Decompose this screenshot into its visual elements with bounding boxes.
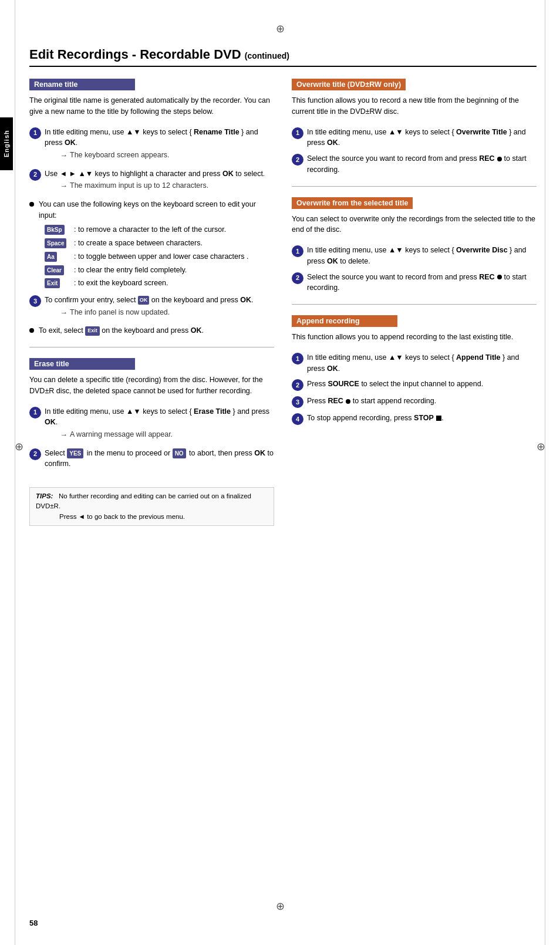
append-recording-header: Append recording <box>292 315 397 327</box>
erase-step-2: 2 Select YES in the menu to proceed or N… <box>29 448 274 470</box>
rename-step-1-content: In title editing menu, use ▲▼ keys to se… <box>45 127 274 164</box>
clear-badge: Clear <box>45 265 64 275</box>
section-divider-3 <box>292 304 537 305</box>
key-cell-aa: Aa <box>45 251 74 262</box>
append-recording-section: Append recording This function allows yo… <box>292 315 537 425</box>
ar-step-4-content: To stop append recording, press STOP . <box>307 413 537 424</box>
append-step-1: 1 In title editing menu, use ▲▼ keys to … <box>292 352 537 374</box>
append-step-3: 3 Press REC to start append recording. <box>292 396 537 408</box>
bullet-dot <box>29 202 34 207</box>
yes-badge: YES <box>67 448 83 458</box>
ar-step-3-content: Press REC to start append recording. <box>307 396 537 407</box>
rename-title-section: Rename title The original title name is … <box>29 79 274 336</box>
rename-step-2: 2 Use ◄ ► ▲▼ keys to highlight a charact… <box>29 168 274 194</box>
overwrite-step-2: 2 Select the source you want to record f… <box>292 153 537 176</box>
rec-bullet-2 <box>497 275 502 279</box>
rename-title-intro: The original title name is generated aut… <box>29 95 274 117</box>
bullet-dot-exit <box>29 328 34 333</box>
stop-symbol <box>436 416 441 421</box>
ok-inline-badge: OK <box>138 296 150 305</box>
english-tab: English <box>0 117 13 170</box>
rec-bullet-3 <box>346 399 350 404</box>
left-border-line <box>15 0 15 945</box>
exit-text: To exit, select Exit on the keyboard and… <box>39 325 204 336</box>
tips-label: TIPS: <box>36 492 53 500</box>
exit-key-badge: Exit <box>45 278 60 288</box>
rec-bullet-1 <box>497 157 502 161</box>
aa-badge: Aa <box>45 252 57 262</box>
keyboard-keys-bullet: You can use the following keys on the ke… <box>29 199 274 221</box>
key-row-exit: Exit : to exit the keyboard screen. <box>45 278 274 289</box>
exit-bullet: To exit, select Exit on the keyboard and… <box>29 325 274 336</box>
no-badge: NO <box>173 448 186 458</box>
erase-title-header: Erase title <box>29 358 135 370</box>
key-desc-space: : to create a space between characters. <box>74 238 274 249</box>
ow-step-2-content: Select the source you want to record fro… <box>307 153 537 176</box>
rename-step-3-arrow: → The info panel is now updated. <box>45 307 274 319</box>
os-step-2-content: Select the source you want to record fro… <box>307 272 537 294</box>
overwrite-title-section: Overwrite title (DVD±RW only) This funct… <box>292 79 537 176</box>
erase-step-num-1: 1 <box>29 407 41 419</box>
compass-mid-left-icon: ⊕ <box>15 440 23 453</box>
key-row-clear: Clear : to clear the entry field complet… <box>45 265 274 276</box>
step-num-3: 3 <box>29 295 41 307</box>
key-cell-space: Space <box>45 238 74 249</box>
tips-line-2: Press ◄ to go back to the previous menu. <box>59 513 185 520</box>
overwrite-sel-step-2: 2 Select the source you want to record f… <box>292 272 537 294</box>
overwrite-selected-intro: You can select to overwrite only the rec… <box>292 214 537 236</box>
ar-step-2-content: Press SOURCE to select the input channel… <box>307 379 537 390</box>
key-desc-bksp: : to remove a character to the left of t… <box>74 224 274 235</box>
ar-step-1-content: In title editing menu, use ▲▼ keys to se… <box>307 352 537 374</box>
ow-step-num-1: 1 <box>292 127 303 139</box>
os-step-num-2: 2 <box>292 272 303 284</box>
overwrite-title-intro: This function allows you to record a new… <box>292 95 537 117</box>
erase-title-intro: You can delete a specific title (recordi… <box>29 374 274 397</box>
rename-step-3: 3 To confirm your entry, select OK on th… <box>29 295 274 320</box>
key-row-aa: Aa : to toggle between upper and lower c… <box>45 251 274 262</box>
ar-step-num-4: 4 <box>292 413 303 425</box>
key-row-bksp: BkSp : to remove a character to the left… <box>45 224 274 235</box>
key-desc-clear: : to clear the entry field completely. <box>74 265 274 276</box>
tips-box: TIPS: No further recording and editing c… <box>29 487 274 526</box>
overwrite-title-header: Overwrite title (DVD±RW only) <box>292 79 406 90</box>
key-cell-bksp: BkSp <box>45 224 74 235</box>
erase-step-2-content: Select YES in the menu to proceed or NO … <box>45 448 274 470</box>
exit-inline-badge: Exit <box>85 326 100 336</box>
erase-title-section: Erase title You can delete a specific ti… <box>29 358 274 470</box>
overwrite-step-1: 1 In title editing menu, use ▲▼ keys to … <box>292 127 537 149</box>
key-desc-aa: : to toggle between upper and lower case… <box>74 251 274 262</box>
section-divider-2 <box>292 186 537 187</box>
overwrite-sel-step-1: 1 In title editing menu, use ▲▼ keys to … <box>292 245 537 267</box>
section-divider <box>29 347 274 347</box>
ar-step-num-2: 2 <box>292 379 303 391</box>
main-content: Edit Recordings - Recordable DVD (contin… <box>29 0 537 561</box>
rename-step-1-arrow: → The keyboard screen appears. <box>45 150 274 161</box>
append-step-2: 2 Press SOURCE to select the input chann… <box>292 379 537 391</box>
os-step-num-1: 1 <box>292 245 303 257</box>
erase-step-1: 1 In title editing menu, use ▲▼ keys to … <box>29 406 274 443</box>
page-title: Edit Recordings - Recordable DVD (contin… <box>29 47 537 67</box>
left-column: Rename title The original title name is … <box>29 79 274 526</box>
key-desc-exit: : to exit the keyboard screen. <box>74 278 274 289</box>
erase-step-1-content: In title editing menu, use ▲▼ keys to se… <box>45 406 274 443</box>
rename-title-header: Rename title <box>29 79 135 90</box>
key-cell-exit: Exit <box>45 278 74 289</box>
key-table: BkSp : to remove a character to the left… <box>45 224 274 289</box>
ar-step-num-1: 1 <box>292 353 303 365</box>
page-wrapper: English ⊕ ⊕ ⊕ ⊕ Edit Recordings - Record… <box>0 0 560 945</box>
rename-step-1: 1 In title editing menu, use ▲▼ keys to … <box>29 127 274 164</box>
right-border-line <box>545 0 545 945</box>
space-badge: Space <box>45 238 66 248</box>
ar-step-num-3: 3 <box>292 396 303 408</box>
append-step-4: 4 To stop append recording, press STOP . <box>292 413 537 425</box>
keyboard-keys-text: You can use the following keys on the ke… <box>39 199 274 221</box>
step-num-1: 1 <box>29 127 41 139</box>
step-num-2: 2 <box>29 169 41 181</box>
rename-step-2-content: Use ◄ ► ▲▼ keys to highlight a character… <box>45 168 274 194</box>
erase-step-num-2: 2 <box>29 448 41 460</box>
page-number: 58 <box>29 919 38 927</box>
append-recording-intro: This function allows you to append recor… <box>292 332 537 343</box>
compass-mid-right-icon: ⊕ <box>537 440 545 453</box>
key-cell-clear: Clear <box>45 265 74 276</box>
ow-step-num-2: 2 <box>292 154 303 166</box>
